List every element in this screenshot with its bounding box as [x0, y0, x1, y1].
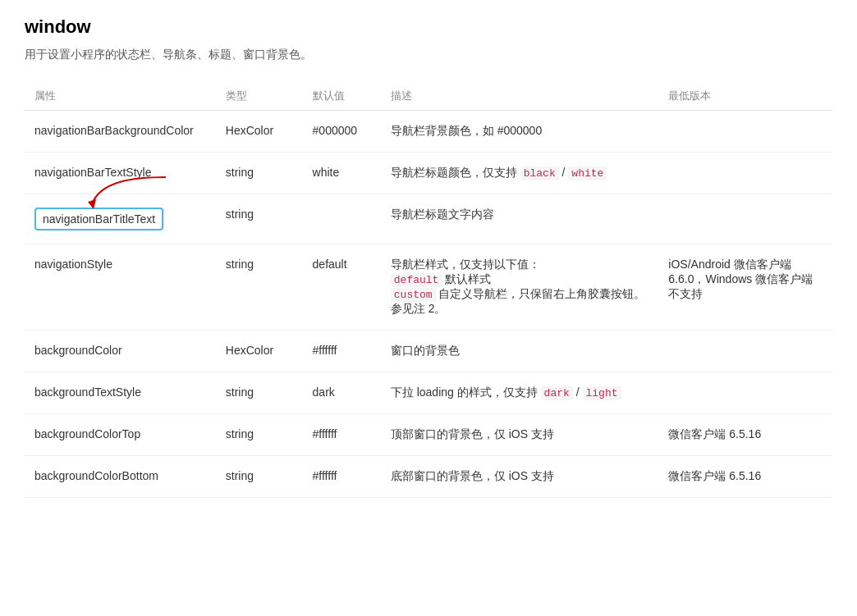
cell-desc: 导航栏标题文字内容	[381, 194, 659, 244]
table-row: navigationStylestringdefault导航栏样式，仅支持以下值…	[25, 244, 832, 331]
table-row: backgroundColorTopstring#ffffff顶部窗口的背景色，…	[25, 414, 832, 456]
cell-default: dark	[303, 372, 381, 414]
properties-table: 属性 类型 默认值 描述 最低版本 navigationBarBackgroun…	[25, 82, 832, 498]
col-header-attr: 属性	[25, 82, 216, 111]
cell-desc: 底部窗口的背景色，仅 iOS 支持	[381, 456, 659, 498]
cell-version	[658, 111, 832, 153]
cell-desc: 下拉 loading 的样式，仅支持 dark / light	[381, 372, 659, 414]
cell-version	[658, 194, 832, 244]
table-row: navigationBarTitleTextstring导航栏标题文字内容	[25, 194, 832, 244]
table-row: navigationBarTextStylestringwhite导航栏标题颜色…	[25, 153, 832, 194]
page-title: window	[25, 16, 832, 38]
cell-type: string	[216, 194, 303, 244]
cell-attr: backgroundColorTop	[25, 414, 216, 456]
cell-attr: navigationBarTextStyle	[25, 153, 216, 194]
cell-desc: 导航栏样式，仅支持以下值：default 默认样式custom 自定义导航栏，只…	[381, 244, 659, 331]
cell-desc: 导航栏背景颜色，如 #000000	[381, 111, 659, 153]
cell-type: string	[216, 456, 303, 498]
cell-version	[658, 372, 832, 414]
cell-default: white	[303, 153, 381, 194]
highlighted-attr: navigationBarTitleText	[34, 208, 163, 230]
cell-attr: navigationStyle	[25, 244, 216, 331]
cell-version: 微信客户端 6.5.16	[658, 456, 832, 498]
table-row: backgroundColorBottomstring#ffffff底部窗口的背…	[25, 456, 832, 498]
col-header-default: 默认值	[303, 82, 381, 111]
cell-type: string	[216, 244, 303, 331]
cell-attr: navigationBarBackgroundColor	[25, 111, 216, 153]
cell-default: #000000	[303, 111, 381, 153]
cell-attr: backgroundTextStyle	[25, 372, 216, 414]
cell-default: default	[303, 244, 381, 331]
cell-version: iOS/Android 微信客户端 6.6.0，Windows 微信客户端不支持	[658, 244, 832, 331]
page-description: 用于设置小程序的状态栏、导航条、标题、窗口背景色。	[25, 48, 832, 62]
cell-attr: navigationBarTitleText	[25, 194, 216, 244]
cell-version	[658, 153, 832, 194]
cell-type: string	[216, 414, 303, 456]
cell-type: string	[216, 372, 303, 414]
cell-desc: 窗口的背景色	[381, 331, 659, 372]
cell-default: #ffffff	[303, 414, 381, 456]
table-body: navigationBarBackgroundColorHexColor#000…	[25, 111, 832, 498]
cell-type: string	[216, 153, 303, 194]
table-row: navigationBarBackgroundColorHexColor#000…	[25, 111, 832, 153]
col-header-version: 最低版本	[658, 82, 832, 111]
table-row: backgroundColorHexColor#ffffff窗口的背景色	[25, 331, 832, 372]
cell-type: HexColor	[216, 331, 303, 372]
cell-version: 微信客户端 6.5.16	[658, 414, 832, 456]
cell-desc: 导航栏标题颜色，仅支持 black / white	[381, 153, 659, 194]
cell-version	[658, 331, 832, 372]
table-row: backgroundTextStylestringdark下拉 loading …	[25, 372, 832, 414]
cell-default	[303, 194, 381, 244]
cell-desc: 顶部窗口的背景色，仅 iOS 支持	[381, 414, 659, 456]
cell-type: HexColor	[216, 111, 303, 153]
table-header: 属性 类型 默认值 描述 最低版本	[25, 82, 832, 111]
cell-attr: backgroundColor	[25, 331, 216, 372]
cell-default: #ffffff	[303, 456, 381, 498]
col-header-desc: 描述	[381, 82, 659, 111]
col-header-type: 类型	[216, 82, 303, 111]
cell-default: #ffffff	[303, 331, 381, 372]
cell-attr: backgroundColorBottom	[25, 456, 216, 498]
